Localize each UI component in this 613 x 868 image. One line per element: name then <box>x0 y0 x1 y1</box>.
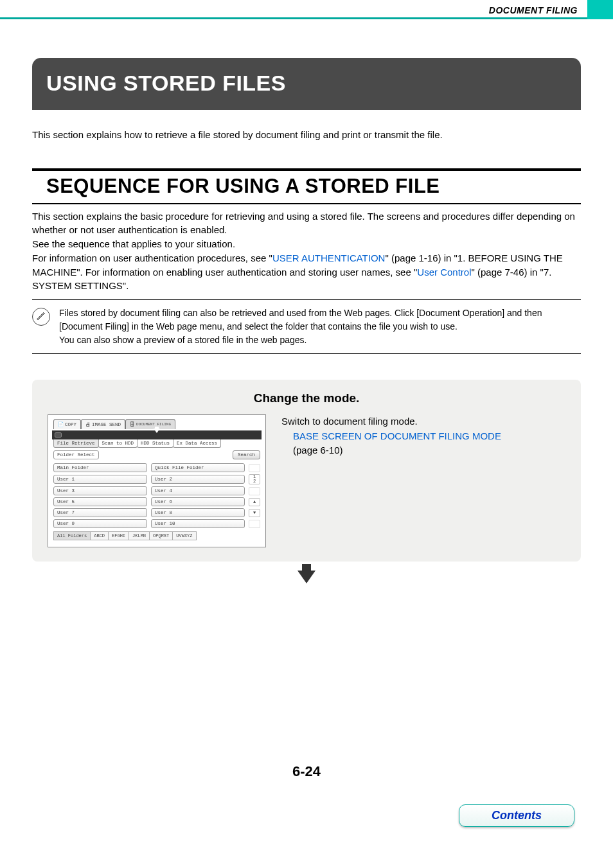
alpha-tab[interactable]: JKLMN <box>129 531 150 540</box>
hdd-icon <box>55 432 62 438</box>
folder-button[interactable]: User 3 <box>53 486 147 495</box>
device-screenshot: 📄 COPY 🖨 IMAGE SEND 🗄 DOCUMENT FILING Fi… <box>48 414 266 547</box>
alpha-tab[interactable]: ABCD <box>91 531 109 540</box>
alpha-tab[interactable]: OPQRST <box>150 531 173 540</box>
alpha-tab[interactable]: EFGHI <box>109 531 129 540</box>
step-title: Change the mode. <box>48 391 565 405</box>
folder-button[interactable]: User 10 <box>151 519 245 528</box>
subtab-file-retrieve[interactable]: File Retrieve <box>53 439 99 448</box>
alpha-tab[interactable]: UVWXYZ <box>173 531 196 540</box>
section-title: SEQUENCE FOR USING A STORED FILE <box>32 168 581 204</box>
folder-button[interactable]: User 5 <box>53 497 147 506</box>
pointer-icon <box>154 429 160 433</box>
scroll-up-button[interactable]: ▲ <box>249 498 260 506</box>
folder-button[interactable]: User 7 <box>53 508 147 517</box>
header-section-name: DOCUMENT FILING <box>489 5 578 15</box>
link-base-screen[interactable]: BASE SCREEN OF DOCUMENT FILING MODE <box>293 430 501 441</box>
main-folder-button[interactable]: Main Folder <box>53 463 147 472</box>
folder-button[interactable]: User 8 <box>151 508 245 517</box>
page-title: USING STORED FILES <box>46 71 567 96</box>
intro-text: This section explains how to retrieve a … <box>32 128 581 143</box>
step-box: Change the mode. 📄 COPY 🖨 IMAGE SEND 🗄 D… <box>32 380 581 562</box>
subtab-scan-to-hdd[interactable]: Scan to HDD <box>98 439 138 448</box>
page-indicator: 1 2 <box>249 474 260 484</box>
note-box: Files stored by document filing can also… <box>32 299 581 354</box>
quick-folder-button[interactable]: Quick File Folder <box>151 463 245 472</box>
link-user-control[interactable]: User Control <box>417 267 471 278</box>
folder-button[interactable]: User 4 <box>151 486 245 495</box>
link-user-auth[interactable]: USER AUTHENTICATION <box>272 252 386 263</box>
folder-select-label: Folder Select <box>53 450 99 459</box>
folder-button[interactable]: User 2 <box>151 475 245 484</box>
search-button[interactable]: Search <box>233 450 260 459</box>
scroll-down-button[interactable]: ▼ <box>249 509 260 517</box>
title-banner: USING STORED FILES <box>32 58 581 110</box>
step-description: Switch to document filing mode. BASE SCR… <box>281 414 565 458</box>
folder-button[interactable]: User 1 <box>53 475 147 484</box>
alpha-all[interactable]: All Folders <box>53 531 91 540</box>
folder-button[interactable]: User 9 <box>53 519 147 528</box>
mode-tab-copy[interactable]: 📄 COPY <box>53 419 81 429</box>
subtab-ex-data[interactable]: Ex Data Access <box>173 439 221 448</box>
mode-tab-doc-filing[interactable]: 🗄 DOCUMENT FILING <box>125 419 175 429</box>
note-icon <box>32 308 50 326</box>
flow-arrow-down-icon <box>298 571 315 583</box>
folder-button[interactable]: User 6 <box>151 497 245 506</box>
body-paragraph: This section explains the basic procedur… <box>32 209 581 294</box>
mode-tab-image-send[interactable]: 🖨 IMAGE SEND <box>81 419 125 429</box>
subtab-hdd-status[interactable]: HDD Status <box>137 439 173 448</box>
page-number: 6-24 <box>32 763 581 780</box>
note-text: Files stored by document filing can also… <box>59 306 578 347</box>
